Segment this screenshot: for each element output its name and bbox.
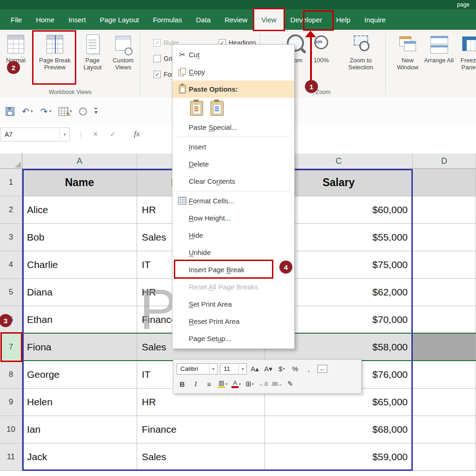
- shrink-font-icon[interactable]: A▾: [263, 363, 274, 375]
- tab-inquire[interactable]: Inquire: [357, 9, 393, 30]
- menu-item-paste-options[interactable]: Paste Options:: [172, 80, 294, 98]
- cell-A4[interactable]: Charlie: [22, 251, 137, 279]
- paste-option-1-icon[interactable]: [190, 101, 203, 116]
- column-header-D[interactable]: D: [413, 154, 476, 169]
- menu-item-format-cells[interactable]: Format Cells...: [172, 192, 294, 209]
- tab-help[interactable]: Help: [329, 9, 357, 30]
- page-layout-button[interactable]: Page Layout: [78, 33, 107, 71]
- menu-item-delete[interactable]: Delete: [172, 155, 294, 173]
- tab-data[interactable]: Data: [189, 9, 218, 30]
- tab-view[interactable]: View: [254, 9, 283, 30]
- cell-D2[interactable]: [413, 196, 476, 224]
- tab-file[interactable]: File: [4, 9, 29, 30]
- row-header-8[interactable]: 8: [0, 361, 22, 389]
- cell-A9[interactable]: Helen: [22, 389, 137, 416]
- tab-formulas[interactable]: Formulas: [146, 9, 189, 30]
- comma-style-icon[interactable]: ,: [303, 363, 314, 375]
- grow-font-icon[interactable]: A▴: [249, 363, 260, 375]
- cell-D3[interactable]: [413, 224, 476, 251]
- row-header-10[interactable]: 10: [0, 416, 22, 443]
- cancel-icon[interactable]: ×: [93, 129, 98, 139]
- zoom-to-selection-button[interactable]: Zoom to Selection: [338, 33, 383, 71]
- tab-page-layout[interactable]: Page Layout: [93, 9, 146, 30]
- custom-views-button[interactable]: Custom Views: [108, 33, 139, 71]
- menu-item-paste-special[interactable]: Paste Special...: [172, 119, 294, 136]
- row-header-9[interactable]: 9: [0, 389, 22, 416]
- select-all-corner[interactable]: [0, 154, 22, 169]
- cell-D1[interactable]: [413, 169, 476, 196]
- menu-item-copy[interactable]: Copy: [172, 63, 294, 80]
- menu-item-unhide[interactable]: Unhide: [172, 244, 294, 261]
- menu-item-page-setup[interactable]: Page Setup...: [172, 330, 294, 347]
- redo-icon[interactable]: ↷▾: [40, 107, 51, 116]
- borders-icon[interactable]: ⊞▾: [244, 378, 255, 390]
- undo-icon[interactable]: ↶▾: [22, 107, 33, 116]
- enter-icon[interactable]: ✓: [110, 130, 116, 139]
- format-painter-icon[interactable]: ✎: [284, 378, 296, 390]
- font-size-combo[interactable]: 11▾: [220, 363, 247, 375]
- cell-A6[interactable]: Ethan: [22, 306, 137, 334]
- cell-D9[interactable]: [413, 389, 476, 416]
- row-header-3[interactable]: 3: [0, 224, 22, 251]
- menu-item-row-height[interactable]: Row Height...: [172, 209, 294, 227]
- menu-item-insert-page-break[interactable]: Insert Page Break: [172, 261, 294, 278]
- cell-A11[interactable]: Jack: [22, 443, 137, 471]
- cell-D10[interactable]: [413, 416, 476, 443]
- cell-D4[interactable]: [413, 251, 476, 279]
- accounting-format-icon[interactable]: $▾: [276, 363, 287, 375]
- insert-function-icon[interactable]: fx: [134, 129, 139, 139]
- cell-C10[interactable]: $68,000: [265, 416, 413, 443]
- cell-C11[interactable]: $59,000: [265, 443, 413, 471]
- save-icon[interactable]: [6, 107, 14, 116]
- bold-icon[interactable]: B: [177, 378, 188, 390]
- cell-D5[interactable]: [413, 279, 476, 306]
- cell-A1[interactable]: Name: [22, 169, 137, 196]
- fill-color-icon[interactable]: ▨▾: [217, 378, 228, 390]
- cell-A5[interactable]: Diana: [22, 279, 137, 306]
- row-header-7[interactable]: 7: [0, 334, 22, 361]
- cell-B11[interactable]: Sales: [137, 443, 265, 471]
- menu-item-reset-print-area[interactable]: Reset Print Area: [172, 313, 294, 330]
- row-header-2[interactable]: 2: [0, 196, 22, 224]
- dropdown-icon[interactable]: ▾: [209, 364, 217, 374]
- font-name-combo[interactable]: Calibri▾: [177, 363, 218, 375]
- cell-A10[interactable]: Ian: [22, 416, 137, 443]
- more-commands-icon[interactable]: ▾: [94, 108, 97, 115]
- font-color-icon[interactable]: A▾: [231, 378, 242, 390]
- new-window-button[interactable]: New Window: [392, 33, 423, 71]
- menu-item-cut[interactable]: Cut: [172, 46, 294, 63]
- increase-decimal-icon[interactable]: ←.0: [258, 378, 269, 390]
- menu-item-set-print-area[interactable]: Set Print Area: [172, 295, 294, 313]
- row-header-11[interactable]: 11: [0, 443, 22, 471]
- arrange-all-button[interactable]: Arrange All: [424, 33, 454, 64]
- tab-review[interactable]: Review: [218, 9, 254, 30]
- cell-A3[interactable]: Bob: [22, 224, 137, 251]
- tab-home[interactable]: Home: [29, 9, 61, 30]
- cell-D11[interactable]: [413, 443, 476, 471]
- column-header-A[interactable]: A: [22, 154, 137, 169]
- dropdown-icon[interactable]: ▾: [238, 364, 246, 374]
- cell-D7[interactable]: [413, 334, 476, 361]
- row-header-5[interactable]: 5: [0, 279, 22, 306]
- name-box[interactable]: A7 ▾: [0, 127, 70, 141]
- decrease-decimal-icon[interactable]: .00→: [271, 378, 282, 390]
- record-macro-icon[interactable]: [79, 107, 87, 115]
- italic-icon[interactable]: I: [190, 378, 201, 390]
- align-center-icon[interactable]: ≡: [204, 378, 215, 390]
- paste-option-2-icon[interactable]: [211, 101, 224, 116]
- cell-A2[interactable]: Alice: [22, 196, 137, 224]
- row-header-4[interactable]: 4: [0, 251, 22, 279]
- freeze-panes-button[interactable]: Freeze Panes: [455, 33, 476, 71]
- cell-D6[interactable]: [413, 306, 476, 334]
- cell-A7[interactable]: Fiona: [22, 334, 137, 361]
- page-break-preview-button[interactable]: Page Break Preview: [33, 33, 76, 71]
- cell-B10[interactable]: Finance: [137, 416, 265, 443]
- menu-item-insert[interactable]: Insert: [172, 138, 294, 155]
- menu-item-clear-contents[interactable]: Clear Contents: [172, 173, 294, 190]
- draw-table-icon[interactable]: ▾: [59, 107, 72, 116]
- row-header-1[interactable]: 1: [0, 169, 22, 196]
- autofit-icon[interactable]: ↔: [317, 363, 328, 375]
- menu-item-reset-all-page-breaks[interactable]: Reset All Page Breaks: [172, 278, 294, 295]
- percent-style-icon[interactable]: %: [290, 363, 301, 375]
- tab-insert[interactable]: Insert: [61, 9, 93, 30]
